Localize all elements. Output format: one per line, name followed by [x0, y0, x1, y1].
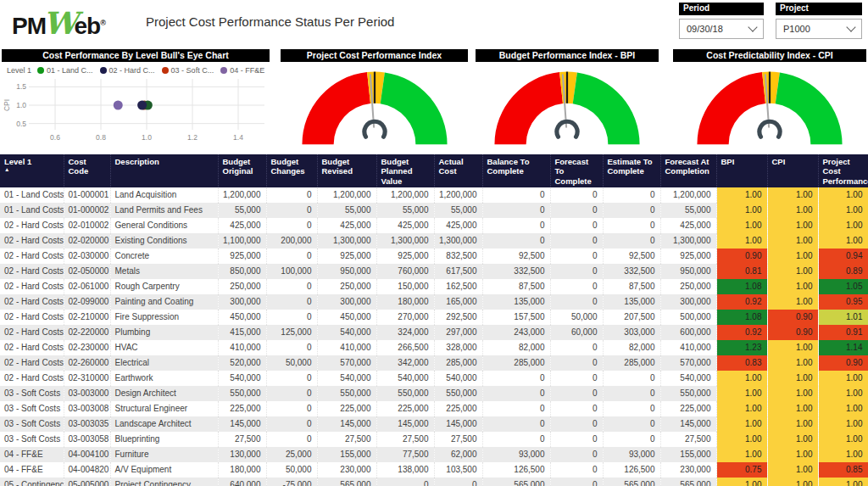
table-row[interactable]: 03 - Soft Costs03-003000Design Architect…	[0, 386, 868, 401]
amount-cell: 950,000	[660, 264, 716, 279]
column-header[interactable]: Description	[110, 154, 218, 187]
table-row[interactable]: 03 - Soft Costs03-003035Landscape Archit…	[0, 416, 868, 432]
amount-cell: 0	[550, 233, 603, 249]
amount-cell: 100,000	[266, 264, 317, 279]
column-header[interactable]: Cost Code	[64, 154, 110, 187]
amount-cell: 77,500	[376, 447, 434, 462]
amount-cell: 328,000	[434, 340, 482, 355]
text-cell: Design Architect	[110, 386, 218, 401]
chart-legend: Level 1 01 - Land C...02 - Hard C...03 -…	[2, 62, 270, 75]
column-header[interactable]: Level 1▲	[0, 154, 64, 187]
text-cell: Land Acquisition	[110, 187, 218, 203]
kpi-cell: 1.00	[767, 478, 818, 486]
kpi-cell: 1.00	[716, 416, 767, 432]
amount-cell: 0	[603, 401, 660, 416]
legend-item[interactable]: 02 - Hard C...	[100, 66, 155, 75]
text-cell: 02-061000	[64, 279, 110, 294]
table-row[interactable]: 02 - Hard Costs02-220000Plumbing415,0001…	[0, 325, 868, 340]
kpi-cell: 1.00	[767, 218, 818, 233]
table-row[interactable]: 05 - Contingency05-005000Project Conting…	[0, 478, 868, 486]
table-row[interactable]: 01 - Land Costs01-000001Land Acquisition…	[0, 187, 868, 203]
amount-cell: 0	[434, 478, 482, 486]
text-cell: 02-310000	[64, 371, 110, 386]
amount-cell: 550,000	[218, 386, 266, 401]
table-row[interactable]: 02 - Hard Costs02-260000Electrical520,00…	[0, 355, 868, 371]
column-header[interactable]: Estimate To Complete	[603, 154, 660, 187]
table-row[interactable]: 02 - Hard Costs02-310000Earthwork540,000…	[0, 371, 868, 386]
amount-cell: 93,000	[603, 447, 660, 462]
amount-cell: 850,000	[218, 264, 266, 279]
amount-cell: 0	[550, 203, 603, 218]
column-header[interactable]: Forecast At Completion	[660, 154, 716, 187]
amount-cell: 300,000	[218, 294, 266, 310]
table-row[interactable]: 02 - Hard Costs02-210000Fire Suppression…	[0, 310, 868, 325]
kpi-cell: 1.00	[716, 447, 767, 462]
column-header[interactable]: Budget Planned Value	[376, 154, 434, 187]
amount-cell: 0	[266, 340, 317, 355]
table-row[interactable]: 02 - Hard Costs02-230000HVAC410,0000410,…	[0, 340, 868, 355]
amount-cell: 0	[266, 401, 317, 416]
column-header[interactable]: Budget Changes	[266, 154, 317, 187]
amount-cell: 300,000	[317, 294, 376, 310]
text-cell: 02 - Hard Costs	[0, 233, 64, 249]
amount-cell: 425,000	[660, 218, 716, 233]
amount-cell: 565,000	[660, 478, 716, 486]
table-row[interactable]: 02 - Hard Costs02-030000Concrete925,0000…	[0, 249, 868, 264]
column-header[interactable]: Balance To Complete	[482, 154, 550, 187]
table-row[interactable]: 04 - FF&E04-004820A/V Equipment180,00050…	[0, 462, 868, 478]
amount-cell: 0	[482, 187, 550, 203]
chevron-down-icon	[846, 22, 855, 31]
amount-cell: 0	[550, 462, 603, 478]
table-row[interactable]: 02 - Hard Costs02-050000Metals850,000100…	[0, 264, 868, 279]
chevron-down-icon	[748, 22, 757, 31]
table-row[interactable]: 03 - Soft Costs03-003008Structural Engin…	[0, 401, 868, 416]
kpi-cell: 1.00	[818, 432, 868, 447]
text-cell: A/V Equipment	[110, 462, 218, 478]
legend-item[interactable]: 04 - FF&E	[220, 66, 264, 75]
amount-cell: 0	[266, 416, 317, 432]
amount-cell: 425,000	[218, 218, 266, 233]
project-dropdown[interactable]: P1000	[776, 19, 862, 39]
kpi-cell: 1.00	[818, 416, 868, 432]
amount-cell: 600,000	[660, 325, 716, 340]
amount-cell: 500,000	[660, 310, 716, 325]
legend-item[interactable]: 01 - Land C...	[37, 66, 93, 75]
table-row[interactable]: 02 - Hard Costs02-010002General Conditio…	[0, 218, 868, 233]
amount-cell: 565,000	[603, 478, 660, 486]
kpi-cell: 1.00	[818, 233, 868, 249]
amount-cell: 155,000	[317, 447, 376, 462]
column-header[interactable]: Budget Revised	[317, 154, 376, 187]
table-row[interactable]: 04 - FF&E04-004100Furniture130,00025,000…	[0, 447, 868, 462]
kpi-cell: 1.05	[818, 279, 868, 294]
column-header[interactable]: Budget Original	[218, 154, 266, 187]
gauge-panel-title: Budget Performance Index - BPI	[476, 49, 659, 62]
table-row[interactable]: 01 - Land Costs01-000002Land Permits and…	[0, 203, 868, 218]
y-axis-title: CPI	[3, 99, 11, 111]
scatter-point[interactable]	[114, 101, 123, 110]
text-cell: 02-020000	[64, 233, 110, 249]
amount-cell: 0	[482, 218, 550, 233]
scatter-point[interactable]	[137, 101, 147, 110]
kpi-cell: 1.00	[818, 386, 868, 401]
amount-cell: 87,500	[603, 279, 660, 294]
period-dropdown[interactable]: 09/30/18	[679, 19, 764, 39]
table-row[interactable]: 02 - Hard Costs02-099000Painting and Coa…	[0, 294, 868, 310]
amount-cell: 0	[603, 218, 660, 233]
column-header[interactable]: Actual Cost	[434, 154, 482, 187]
table-row[interactable]: 02 - Hard Costs02-020000Existing Conditi…	[0, 233, 868, 249]
text-cell: 03-003000	[64, 386, 110, 401]
column-header[interactable]: Project Cost Performance	[818, 154, 868, 187]
amount-cell: 145,000	[218, 416, 266, 432]
column-header[interactable]: Forecast To Complete	[550, 154, 603, 187]
column-header[interactable]: CPI	[767, 154, 818, 187]
table-row[interactable]: 02 - Hard Costs02-061000Rough Carpentry2…	[0, 279, 868, 294]
text-cell: 02 - Hard Costs	[0, 325, 64, 340]
table-row[interactable]: 03 - Soft Costs03-003058Blueprinting27,5…	[0, 432, 868, 447]
legend-item[interactable]: 03 - Soft C...	[162, 66, 214, 75]
text-cell: Fire Suppression	[110, 310, 218, 325]
kpi-cell: 1.00	[767, 264, 818, 279]
column-header[interactable]: BPI	[716, 154, 767, 187]
project-dropdown-value: P1000	[783, 24, 810, 34]
amount-cell: 0	[482, 203, 550, 218]
amount-cell: 540,000	[317, 325, 376, 340]
